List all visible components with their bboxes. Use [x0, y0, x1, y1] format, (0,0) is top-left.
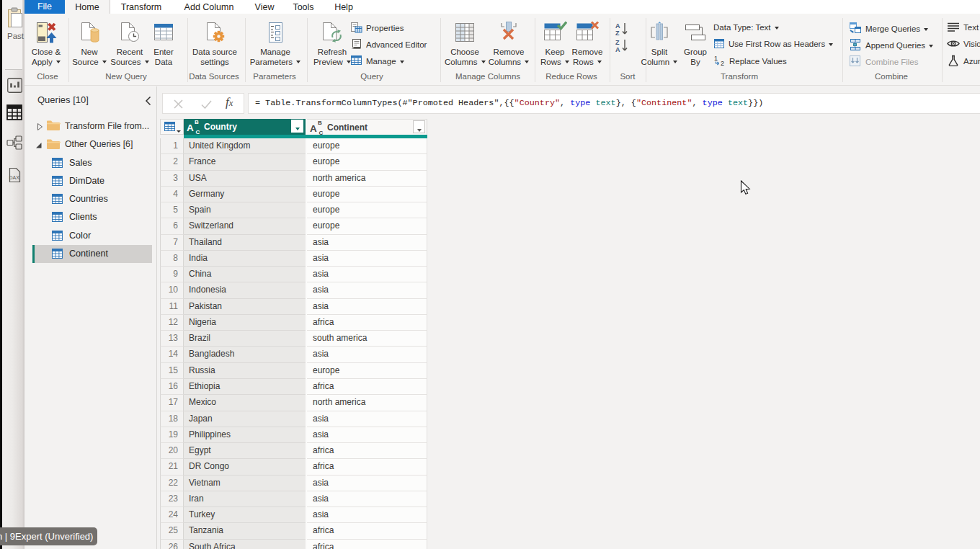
svg-text:A: A	[615, 22, 620, 30]
svg-text:DAX: DAX	[9, 175, 20, 180]
svg-text:Z: Z	[615, 30, 620, 36]
svg-text:1: 1	[714, 55, 718, 62]
svg-text:2: 2	[721, 60, 724, 66]
svg-text:A: A	[615, 46, 620, 53]
svg-text:Z: Z	[615, 39, 620, 46]
